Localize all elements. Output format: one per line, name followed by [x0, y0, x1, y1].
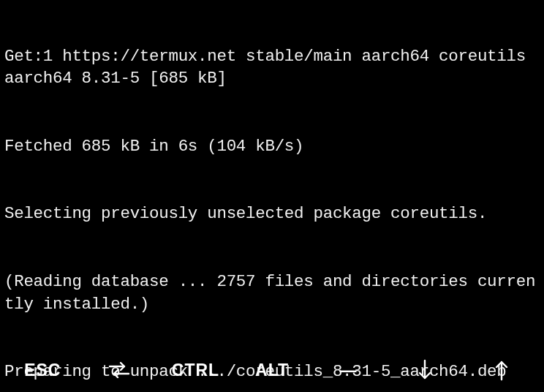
tab-cycle-icon	[108, 361, 130, 379]
arrow-up-icon	[495, 359, 508, 381]
arrow-up-key[interactable]	[463, 359, 540, 381]
esc-key[interactable]: ESC	[4, 359, 81, 382]
terminal-line: Get:1 https://termux.net stable/main aar…	[4, 45, 540, 91]
alt-key[interactable]: ALT	[234, 359, 311, 382]
tab-key[interactable]	[81, 361, 158, 379]
terminal-output[interactable]: Get:1 https://termux.net stable/main aar…	[0, 0, 544, 392]
arrow-down-icon	[418, 359, 431, 381]
ctrl-key[interactable]: CTRL	[157, 359, 234, 382]
terminal-line: Selecting previously unselected package …	[4, 203, 540, 225]
terminal-line: (Reading database ... 2757 files and dir…	[4, 271, 540, 316]
extra-keys-toolbar: ESC CTRL ALT —	[0, 359, 544, 382]
minus-key[interactable]: —	[310, 359, 387, 382]
terminal-line: Fetched 685 kB in 6s (104 kB/s)	[4, 135, 540, 158]
arrow-down-key[interactable]	[387, 359, 464, 381]
